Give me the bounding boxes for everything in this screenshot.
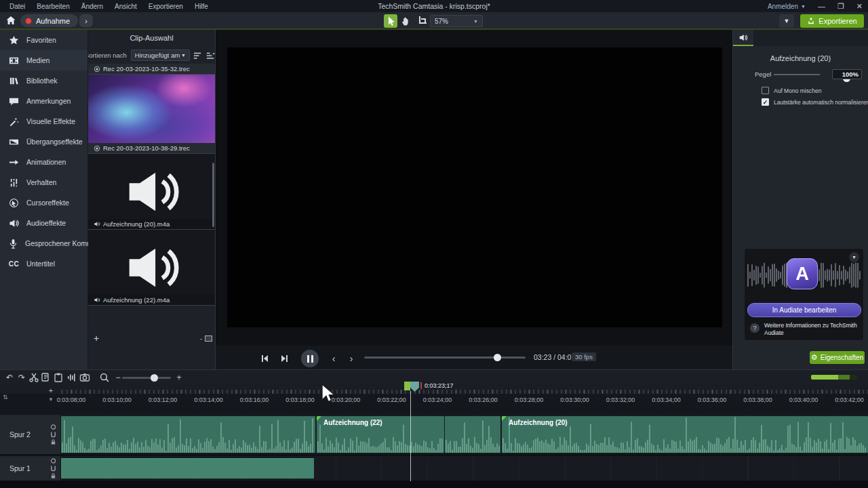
timeline-scroll-indicator[interactable] (811, 375, 857, 380)
ruler-tick-label: 0:03:26;00 (469, 396, 498, 403)
export-button[interactable]: Exportieren (800, 14, 864, 28)
track-header-spur1[interactable]: Spur 1 (0, 456, 61, 481)
pan-hand-tool[interactable] (399, 14, 413, 28)
menu-exportieren[interactable]: Exportieren (149, 3, 183, 10)
sidebar-item-gesprochener-kommentar[interactable]: Gesprochener Kommentar (0, 233, 87, 253)
menu-ändern[interactable]: Ändern (81, 3, 103, 10)
paste-icon[interactable] (53, 372, 64, 383)
properties-button[interactable]: ⚙ Eigenschaften (810, 351, 865, 364)
home-icon[interactable] (5, 15, 18, 26)
sidebar-item-uebergangseffekte[interactable]: Übergangseffekte (0, 131, 87, 152)
track-toggles[interactable] (50, 424, 56, 445)
timeline-audio-clip[interactable]: Aufzeichnung (22) (317, 416, 444, 453)
sidebar-item-medien[interactable]: Medien (0, 50, 87, 70)
sort-ascending-icon[interactable] (193, 50, 203, 60)
media-scrollbar[interactable] (212, 163, 214, 227)
crop-tool[interactable] (415, 14, 429, 28)
audio-levels-icon[interactable] (66, 372, 77, 383)
sidebar-item-untertitel[interactable]: CCUntertitel (0, 253, 87, 274)
speaker-icon (123, 240, 181, 296)
media-thumbnail-video[interactable] (88, 75, 216, 143)
signin-button[interactable]: Anmelden▼ (768, 3, 806, 10)
sidebar-item-cursoreffekte[interactable]: Cursoreffekte (0, 192, 87, 213)
menu-ansicht[interactable]: Ansicht (115, 3, 137, 10)
media-thumbnail-audio[interactable]: Aufzeichnung (20).m4a (88, 154, 216, 229)
properties-tabs (733, 30, 868, 46)
track-toggles[interactable] (50, 458, 56, 479)
checkbox-unchecked[interactable] (762, 87, 769, 94)
level-value-field[interactable]: 100% (832, 69, 862, 79)
timeline-clip[interactable] (61, 458, 314, 479)
normalize-option[interactable]: ✓ Lautstärke automatisch normalisieren (762, 98, 868, 106)
zoom-in-icon[interactable]: + (174, 372, 184, 383)
thumbnail-size-control[interactable]: - (200, 335, 212, 342)
previous-clip-icon[interactable]: ‹ (328, 353, 339, 364)
media-item-label[interactable]: Rec 20-03-2023-10-35-32.trec (88, 64, 216, 74)
sidebar-item-anmerkungen[interactable]: Anmerkungen (0, 91, 87, 111)
transition-icon (8, 136, 20, 147)
sidebar-item-audioeffekte[interactable]: Audioeffekte (0, 213, 87, 233)
undo-icon[interactable]: ↶ (4, 372, 15, 383)
add-track-button[interactable]: + (46, 386, 56, 394)
menu-hilfe[interactable]: Hilfe (195, 3, 208, 10)
sidebar-item-favoriten[interactable]: Favoriten (0, 30, 87, 50)
add-media-button[interactable]: + (91, 333, 102, 344)
record-chevron-icon[interactable]: › (79, 14, 93, 27)
camera-icon[interactable] (79, 372, 90, 383)
playback-slider-handle[interactable] (494, 354, 501, 361)
timeline-audio-clip[interactable] (445, 416, 500, 453)
timeline-audio-clip[interactable]: Aufzeichnung (20) (502, 416, 868, 453)
level-slider[interactable] (774, 74, 820, 75)
restore-button[interactable]: ❐ (837, 3, 844, 10)
audiate-info-text[interactable]: Weitere Informationen zu TechSmith Audia… (764, 322, 861, 337)
timeline-audio-clip[interactable] (61, 416, 315, 453)
export-dropdown-button[interactable]: ▼ (779, 14, 794, 28)
checkbox-checked[interactable]: ✓ (762, 98, 769, 106)
playback-slider[interactable] (364, 357, 526, 359)
minimize-button[interactable]: — (818, 3, 825, 10)
playback-bar: ‹ › 03:23 / 04:07 30 fps (216, 346, 732, 369)
media-thumbnail-audio[interactable]: Aufzeichnung (22).m4a (88, 230, 216, 305)
split-scissors-icon[interactable] (28, 372, 39, 383)
timeline-zoom-handle[interactable] (151, 374, 158, 382)
sidebar-item-animationen[interactable]: Animationen (0, 152, 87, 172)
next-clip-icon[interactable]: › (346, 353, 357, 364)
magnet-icon (50, 466, 56, 472)
track-spur2-content[interactable]: Aufzeichnung (22)Aufzeichnung (20) (61, 415, 868, 454)
sidebar-item-visuelle-effekte[interactable]: Visuelle Effekte (0, 111, 87, 131)
record-button[interactable]: Aufnahme (20, 14, 78, 27)
step-backward-button[interactable] (258, 352, 271, 365)
track-header-spur2[interactable]: Spur 2 (0, 415, 61, 454)
collapse-tracks-icon[interactable]: ▼ (46, 395, 56, 403)
playback-time: 03:23 / 04:07 (534, 353, 575, 361)
clip-label: Aufzeichnung (20) (509, 419, 568, 426)
playhead-line[interactable] (410, 391, 411, 481)
edit-in-audiate-button[interactable]: In Audiate bearbeiten (747, 303, 861, 317)
redo-icon[interactable]: ↷ (16, 372, 27, 383)
track-options-icon[interactable]: ⇅ (3, 394, 8, 401)
tab-audio-properties[interactable] (733, 30, 753, 46)
sort-by-select[interactable]: Hinzugefügt am▼ (131, 49, 190, 61)
copy-icon[interactable] (41, 372, 52, 383)
ruler-tick-label: 0:03:24;00 (423, 396, 452, 403)
playhead-out-marker[interactable] (420, 382, 422, 389)
timeline-zoom-slider[interactable] (122, 377, 171, 379)
help-icon[interactable]: ? (750, 323, 760, 333)
preview-canvas[interactable] (227, 47, 722, 327)
canvas-zoom-select[interactable]: 57%▼ (430, 15, 483, 27)
sort-descending-icon[interactable] (205, 50, 216, 60)
media-item-label[interactable]: Rec 20-03-2023-10-38-29.trec (88, 143, 216, 153)
edit-cursor-tool[interactable] (384, 14, 397, 28)
playhead-in-handle[interactable] (404, 382, 410, 390)
sidebar-item-verhalten[interactable]: Verhalten (0, 172, 87, 192)
menu-bearbeiten[interactable]: Bearbeiten (37, 3, 69, 10)
step-forward-button[interactable] (278, 352, 292, 365)
menu-datei[interactable]: Datei (9, 3, 25, 10)
close-button[interactable]: ✕ (856, 3, 863, 10)
sidebar-item-bibliothek[interactable]: Bibliothek (0, 70, 87, 91)
track-spur1-content[interactable] (61, 456, 868, 481)
mono-mix-option[interactable]: Auf Mono mischen (762, 87, 821, 94)
zoom-magnifier-icon[interactable] (99, 372, 110, 383)
titlebar: DateiBearbeitenÄndernAnsichtExportierenH… (0, 0, 868, 12)
pause-button[interactable] (301, 350, 319, 367)
